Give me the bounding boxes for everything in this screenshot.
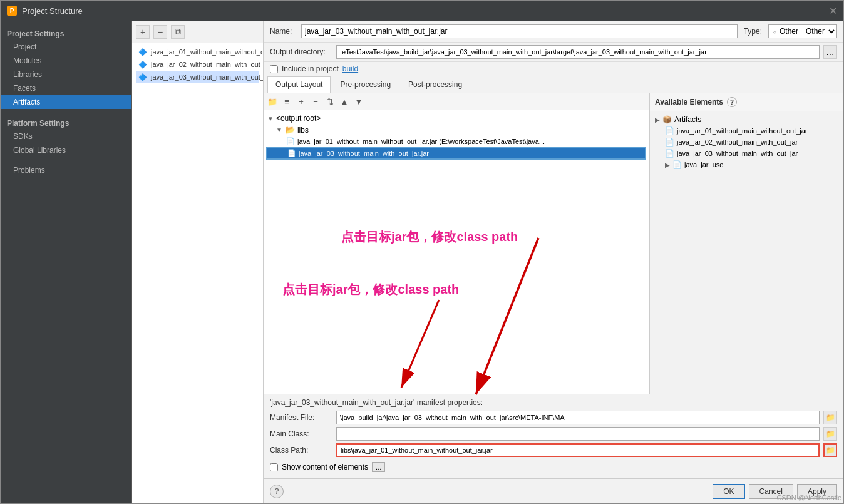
tree-content: ▼ <output root> ▼ 📂 libs 📄 <box>264 110 649 394</box>
artifact-label-1: java_jar_01_without_main_without_out_jar… <box>151 48 263 56</box>
artifacts-toolbar: + − ⧉ <box>132 21 263 43</box>
tree-item-jar1[interactable]: 📄 java_jar_01_without_main_without_out_j… <box>266 136 646 147</box>
tree-item-output-root[interactable]: ▼ <output root> <box>266 113 646 124</box>
right-content: Name: Type: ⬦ Other Other JAR WAR <box>264 21 843 503</box>
available-elements-header: Available Elements ? <box>650 93 843 111</box>
avail-label-jar2: java_jar_02_without_main_with_out_jar <box>677 138 798 146</box>
show-content-more-btn[interactable]: ... <box>372 462 385 472</box>
manifest-file-browse[interactable]: 📁 <box>823 411 837 424</box>
ok-button[interactable]: OK <box>713 484 744 499</box>
output-tree-area: 📁 ≡ + − ⇅ ▲ ▼ ▼ <output roo <box>264 93 649 394</box>
sidebar-gap <box>1 109 131 115</box>
sidebar-item-problems[interactable]: Problems <box>1 163 131 177</box>
output-dir-row: Output directory: … <box>264 43 843 62</box>
type-icon: ⬦ <box>773 28 777 35</box>
close-button[interactable]: ✕ <box>829 5 837 17</box>
libs-label: libs <box>297 126 309 135</box>
sidebar-gap2 <box>1 157 131 163</box>
project-settings-section: Project Settings <box>1 26 131 40</box>
class-path-label: Class Path: <box>270 446 332 455</box>
sidebar-item-sdks[interactable]: SDKs <box>1 130 131 143</box>
jar-icon-tree1: 📄 <box>286 137 295 145</box>
avail-icon-artifacts: 📦 <box>662 115 672 124</box>
manifest-section: 'java_jar_03_without_main_with_out_jar.j… <box>264 394 843 478</box>
available-elements-panel: Available Elements ? ▶ 📦 Artifacts <box>649 93 843 394</box>
avail-item-jar1[interactable]: 📄 java_jar_01_without_main_without_out_j… <box>652 125 841 136</box>
manifest-title: 'java_jar_03_without_main_with_out_jar.j… <box>270 398 837 407</box>
class-path-input[interactable] <box>336 443 820 457</box>
type-label: Type: <box>744 27 762 36</box>
watermark: CSDN @NorthCastle <box>777 494 841 501</box>
jar-icon-tree3: 📄 <box>287 149 296 157</box>
tree-item-libs[interactable]: ▼ 📂 libs <box>266 124 646 136</box>
output-tree-toolbar: 📁 ≡ + − ⇅ ▲ ▼ <box>264 93 649 110</box>
app-icon: P <box>7 6 17 16</box>
available-elements-help: ? <box>727 97 737 107</box>
class-path-row: Class Path: 📁 <box>270 443 837 457</box>
class-path-browse[interactable]: 📁 <box>823 443 837 457</box>
artifacts-panel: + − ⧉ 🔷 java_jar_01_without_main_without… <box>132 21 264 503</box>
bottom-bar: ? OK Cancel Apply <box>264 478 843 503</box>
avail-item-jar-use[interactable]: ▶ 📄 java_jar_use <box>652 159 841 170</box>
available-elements-title: Available Elements <box>655 98 723 106</box>
sidebar-item-artifacts[interactable]: Artifacts <box>1 95 131 109</box>
output-dir-input[interactable] <box>336 45 820 59</box>
tree-remove-btn[interactable]: − <box>309 95 322 108</box>
main-class-browse[interactable]: 📁 <box>823 427 837 441</box>
avail-expand-artifacts: ▶ <box>655 116 660 123</box>
tree-up-btn[interactable]: ▲ <box>338 95 351 108</box>
show-content-checkbox[interactable] <box>270 463 278 471</box>
name-input[interactable] <box>301 24 738 38</box>
include-build-link[interactable]: build <box>342 64 358 73</box>
platform-settings-section: Platform Settings <box>1 115 131 130</box>
avail-icon-jar3: 📄 <box>665 149 674 158</box>
copy-artifact-button[interactable]: ⧉ <box>171 25 185 39</box>
include-build-row: Include in project build <box>264 62 843 76</box>
show-content-label: Show content of elements <box>282 463 368 471</box>
main-class-input[interactable] <box>336 427 820 441</box>
tree-add-btn[interactable]: + <box>295 95 307 108</box>
type-value: ⬦ Other <box>769 27 802 36</box>
avail-label-artifacts: Artifacts <box>674 115 701 124</box>
tree-toolbar-btn1[interactable]: 📁 <box>266 95 279 108</box>
avail-item-jar3[interactable]: 📄 java_jar_03_without_main_with_out_jar <box>652 148 841 159</box>
add-artifact-button[interactable]: + <box>136 25 150 39</box>
artifact-item-3[interactable]: 🔷 java_jar_03_without_main_with_out_jar.… <box>136 71 259 83</box>
tab-output-layout[interactable]: Output Layout <box>267 76 331 93</box>
title-bar: P Project Structure ✕ <box>1 1 843 21</box>
title-bar-left: P Project Structure <box>7 6 83 16</box>
artifact-label-3: java_jar_03_without_main_with_out_jar.ja… <box>151 73 263 81</box>
tab-postprocessing[interactable]: Post-processing <box>400 76 470 93</box>
remove-artifact-button[interactable]: − <box>153 25 167 39</box>
main-split: + − ⧉ 🔷 java_jar_01_without_main_without… <box>132 21 843 503</box>
avail-label-jar1: java_jar_01_without_main_without_out_jar <box>677 127 808 135</box>
artifact-item-1[interactable]: 🔷 java_jar_01_without_main_without_out_j… <box>136 46 259 58</box>
project-structure-window: P Project Structure ✕ Project Settings P… <box>0 0 844 504</box>
tree-sort-btn[interactable]: ⇅ <box>324 95 336 108</box>
artifact-item-2[interactable]: 🔷 java_jar_02_without_main_with_out_jar.… <box>136 58 259 71</box>
show-content-row: Show content of elements ... <box>270 460 837 475</box>
sidebar-item-facets[interactable]: Facets <box>1 81 131 95</box>
manifest-file-label: Manifest File: <box>270 413 332 422</box>
type-select[interactable]: Other JAR WAR <box>802 24 836 38</box>
sidebar-item-global-libraries[interactable]: Global Libraries <box>1 143 131 157</box>
avail-label-jar3: java_jar_03_without_main_with_out_jar <box>677 150 798 157</box>
tree-item-jar3[interactable]: 📄 java_jar_03_without_main_with_out_jar.… <box>266 147 646 160</box>
main-class-label: Main Class: <box>270 429 332 438</box>
jar-icon-1: 🔷 <box>138 47 147 57</box>
avail-item-jar2[interactable]: 📄 java_jar_02_without_main_with_out_jar <box>652 136 841 148</box>
tree-toolbar-btn2[interactable]: ≡ <box>280 95 293 108</box>
avail-item-artifacts[interactable]: ▶ 📦 Artifacts <box>652 114 841 125</box>
sidebar-item-project[interactable]: Project <box>1 40 131 54</box>
sidebar-item-libraries[interactable]: Libraries <box>1 68 131 81</box>
help-button[interactable]: ? <box>270 485 284 498</box>
include-build-checkbox[interactable] <box>270 65 278 73</box>
sidebar-item-modules[interactable]: Modules <box>1 54 131 68</box>
tree-down-btn[interactable]: ▼ <box>353 95 365 108</box>
tab-preprocessing[interactable]: Pre-processing <box>332 76 399 93</box>
name-label: Name: <box>270 27 295 36</box>
folder-icon-libs: 📂 <box>285 125 295 135</box>
main-content: Project Settings Project Modules Librari… <box>1 21 843 503</box>
output-dir-browse-button[interactable]: … <box>823 45 837 59</box>
manifest-file-input[interactable] <box>336 411 820 424</box>
